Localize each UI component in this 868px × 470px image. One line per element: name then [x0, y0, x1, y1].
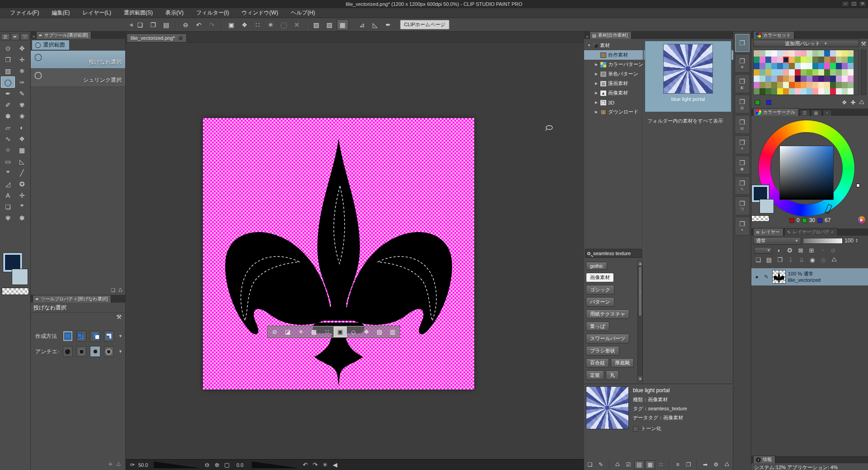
- tag-画像素材[interactable]: 画像素材: [586, 273, 614, 282]
- rotation-slider[interactable]: [252, 461, 299, 468]
- color-swatch[interactable]: [836, 76, 842, 82]
- snap-special-ruler-button[interactable]: ▧: [324, 19, 335, 30]
- menu-item-ファイル(F)[interactable]: ファイル(F): [5, 8, 44, 18]
- watercolor-tool[interactable]: ✾: [15, 99, 29, 110]
- transparent-color-chip[interactable]: [2, 288, 29, 295]
- tag-scrollbar[interactable]: ▲ ≡ ▼: [637, 261, 643, 382]
- color-swatch[interactable]: [807, 88, 812, 95]
- menu-item-フィルター(I)[interactable]: フィルター(I): [191, 8, 234, 18]
- color-swatch[interactable]: [783, 76, 789, 82]
- color-swatch[interactable]: [783, 57, 789, 63]
- filter-check-button[interactable]: ☑: [623, 461, 633, 469]
- antialias-middle-button[interactable]: [90, 346, 100, 357]
- material-settings-button[interactable]: ⚙: [711, 461, 721, 469]
- rotate-right-button[interactable]: ↷: [311, 461, 319, 469]
- material-search-box[interactable]: [585, 249, 642, 258]
- background-color-chip[interactable]: [12, 269, 28, 285]
- small-grid-view-button[interactable]: ∷: [656, 461, 666, 469]
- delete-button[interactable]: ⊖: [180, 19, 192, 30]
- tag-百合紋[interactable]: 百合紋: [586, 358, 609, 368]
- color-swatch[interactable]: [795, 57, 801, 63]
- color-swatch[interactable]: [789, 88, 795, 95]
- manga-folder-button[interactable]: ❒▤: [735, 115, 750, 134]
- menu-item-選択範囲(S)[interactable]: 選択範囲(S): [118, 8, 158, 18]
- palette-dropdown[interactable]: 追加用パレット ▼: [753, 40, 859, 47]
- blend-sub-dropdown[interactable]: ▼: [754, 247, 772, 254]
- color-swatch[interactable]: [765, 88, 771, 95]
- subtool-item-投げなわ選択[interactable]: ◯投げなわ選択: [31, 51, 125, 69]
- color-swatch[interactable]: [777, 95, 783, 95]
- tool-tab-icon[interactable]: ✒: [11, 33, 20, 40]
- color-swatch[interactable]: [830, 69, 836, 76]
- shrink-selection-button[interactable]: ▩: [307, 327, 321, 337]
- mix-brush-tool[interactable]: ✽: [15, 212, 29, 223]
- color-swatch[interactable]: [836, 82, 842, 88]
- color-swatch[interactable]: [807, 82, 812, 88]
- rotate-left-button[interactable]: ↶: [301, 461, 309, 469]
- tool-tab2-icon[interactable]: ツ: [20, 33, 29, 40]
- material-tab[interactable]: ▤ 素材[自作素材]: [590, 31, 632, 39]
- paste-material-button[interactable]: ❐: [684, 461, 693, 469]
- brush-tool[interactable]: ✽: [1, 110, 15, 122]
- color-swatch[interactable]: [760, 88, 765, 95]
- color-swatch[interactable]: [836, 57, 842, 63]
- color-swatch[interactable]: [771, 82, 777, 88]
- replace-color-icon[interactable]: ❖: [842, 99, 847, 106]
- color-swatch[interactable]: [777, 57, 783, 63]
- sv-handle[interactable]: [856, 184, 860, 187]
- color-swatch[interactable]: [801, 69, 807, 76]
- color-swatch[interactable]: [783, 88, 789, 95]
- color-swatch[interactable]: [824, 63, 830, 69]
- subtool-tab[interactable]: ✒ サブツール[選択範囲]: [36, 31, 92, 39]
- lock-alpha-icon[interactable]: ⊞: [807, 247, 816, 254]
- color-swatch[interactable]: [777, 69, 783, 76]
- snap-curve-button[interactable]: ◺: [369, 19, 381, 30]
- color-swatch[interactable]: [818, 88, 824, 95]
- color-swatch[interactable]: [842, 88, 848, 95]
- color-swatch[interactable]: [842, 50, 848, 57]
- background-color-chip[interactable]: [760, 199, 774, 214]
- delete-subtool-icon[interactable]: ♺: [118, 287, 123, 293]
- registered-color-green[interactable]: [755, 100, 760, 105]
- color-swatch[interactable]: [824, 50, 830, 57]
- color-swatch[interactable]: [783, 82, 789, 88]
- apply-mask-button[interactable]: ◎: [819, 256, 827, 263]
- color-swatch[interactable]: [795, 82, 801, 88]
- clear-selection-button[interactable]: ∷: [321, 327, 334, 337]
- tone-selection-button[interactable]: ▨: [373, 327, 386, 337]
- show-all-materials-link[interactable]: フォルダー内の素材をすべて表示: [647, 118, 723, 124]
- fill-alt-tool[interactable]: ❖: [1, 144, 15, 156]
- tag-スワールパーツ[interactable]: スワールパーツ: [586, 334, 629, 343]
- color-swatch[interactable]: [754, 88, 760, 95]
- color-swatch[interactable]: [801, 63, 807, 69]
- line-tool[interactable]: ╱: [15, 167, 29, 178]
- color-swatch[interactable]: [795, 88, 801, 95]
- pencil-tool[interactable]: ✎: [15, 88, 29, 99]
- color-swatch[interactable]: [842, 69, 848, 76]
- tone-checkbox[interactable]: [633, 426, 638, 432]
- intersect-selection-button[interactable]: [104, 331, 114, 342]
- pen-tool[interactable]: ✒: [1, 88, 15, 99]
- color-swatch[interactable]: [754, 57, 760, 63]
- saturation-value-box[interactable]: [779, 146, 834, 200]
- color-swatch[interactable]: [765, 50, 771, 57]
- color-swatch[interactable]: [830, 63, 836, 69]
- menu-item-表示(V)[interactable]: 表示(V): [160, 8, 189, 18]
- color-swatch[interactable]: [807, 50, 812, 57]
- mesh-transform-button[interactable]: ✳: [265, 19, 277, 30]
- color-swatch[interactable]: [777, 88, 783, 95]
- color-swatch[interactable]: [765, 95, 771, 95]
- expand-selection-button[interactable]: ✳: [294, 327, 307, 337]
- delete-material-button[interactable]: ♺: [722, 461, 732, 469]
- color-swatch[interactable]: [836, 63, 842, 69]
- tag-用紙テクスチャ[interactable]: 用紙テクスチャ: [586, 309, 629, 319]
- color-swatch[interactable]: [842, 76, 848, 82]
- menu-item-ヘルプ(H)[interactable]: ヘルプ(H): [285, 8, 321, 18]
- color-swatch[interactable]: [783, 95, 789, 95]
- color-swatch[interactable]: [789, 63, 795, 69]
- color-swatch[interactable]: [783, 50, 789, 57]
- tag-ブラシ形状[interactable]: ブラシ形状: [586, 346, 619, 356]
- color-swatch[interactable]: [765, 82, 771, 88]
- tag-定規[interactable]: 定規: [586, 370, 604, 380]
- color-swatch[interactable]: [812, 69, 818, 76]
